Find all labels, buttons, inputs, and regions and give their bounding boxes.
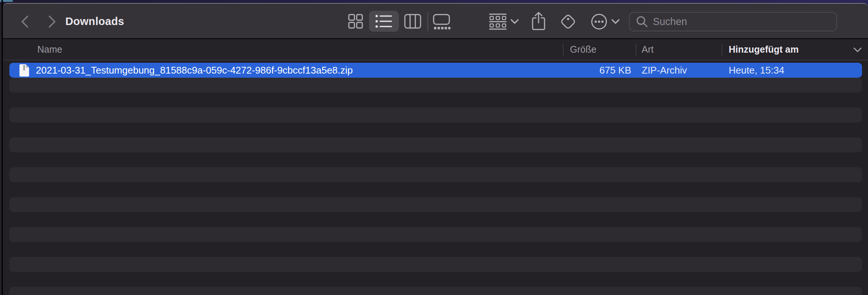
sort-direction-chevron[interactable] [852,45,863,56]
chevron-down-icon [852,46,863,54]
empty-row [9,257,862,272]
chevron-left-icon [19,14,32,29]
magnifier-icon [636,15,648,28]
window-left-edge [1,0,3,295]
file-list: 2021-03-31_Testumgebung_81588c9a-059c-42… [3,60,868,295]
empty-row [9,287,862,295]
columns-view-icon [404,13,422,29]
empty-row [9,152,862,167]
empty-row [9,122,862,137]
file-kind: ZIP-Archiv [636,65,722,76]
toolbar-separator [427,12,428,31]
group-icon [489,13,507,30]
column-header-size[interactable]: Größe [563,39,636,60]
ellipsis-circle-icon [590,13,608,30]
chevron-right-icon [45,14,58,29]
view-button-columns[interactable] [404,13,422,29]
file-name-cell: 2021-03-31_Testumgebung_81588c9a-059c-42… [9,64,563,77]
more-actions-chevron[interactable] [611,18,620,25]
group-by-chevron[interactable] [510,18,520,25]
empty-row [9,242,862,257]
empty-row [9,212,862,227]
column-header-added[interactable]: Hinzugefügt am [722,39,868,60]
empty-row [9,227,862,242]
zip-document-icon [19,64,29,77]
window-title: Downloads [65,4,124,39]
view-button-list[interactable] [369,11,399,32]
gallery-view-icon [433,13,450,30]
empty-row [9,93,862,108]
empty-row [9,197,862,212]
column-header-kind[interactable]: Art [636,39,722,60]
empty-row [9,78,862,93]
empty-row [9,182,862,197]
toolbar: Downloads [3,4,868,39]
view-button-gallery[interactable] [433,13,450,30]
search-input[interactable] [653,16,830,28]
column-header-name[interactable]: Name [3,39,563,60]
search-field[interactable] [629,12,837,31]
forward-button[interactable] [45,14,58,29]
grid-view-icon [347,12,365,30]
file-added-date: Heute, 15:34 [722,65,862,76]
tags-button[interactable] [559,12,577,31]
share-button[interactable] [531,12,546,31]
finder-window: Downloads [3,3,868,295]
back-button[interactable] [19,14,32,29]
file-row-selected[interactable]: 2021-03-31_Testumgebung_81588c9a-059c-42… [9,63,862,78]
file-name: 2021-03-31_Testumgebung_81588c9a-059c-42… [36,65,353,76]
share-icon [531,12,546,31]
list-header: Name Größe Art Hinzugefügt am [3,39,868,60]
view-button-icons[interactable] [347,12,365,30]
more-actions-button[interactable] [590,13,608,30]
tag-icon [559,12,577,31]
empty-row [9,137,862,152]
group-by-button[interactable] [489,13,507,30]
chevron-down-icon [611,18,620,25]
empty-row [9,272,862,287]
empty-row [9,167,862,182]
empty-row [9,108,862,122]
list-view-icon [375,14,393,29]
chevron-down-icon [510,18,520,25]
file-size: 675 KB [563,65,636,76]
